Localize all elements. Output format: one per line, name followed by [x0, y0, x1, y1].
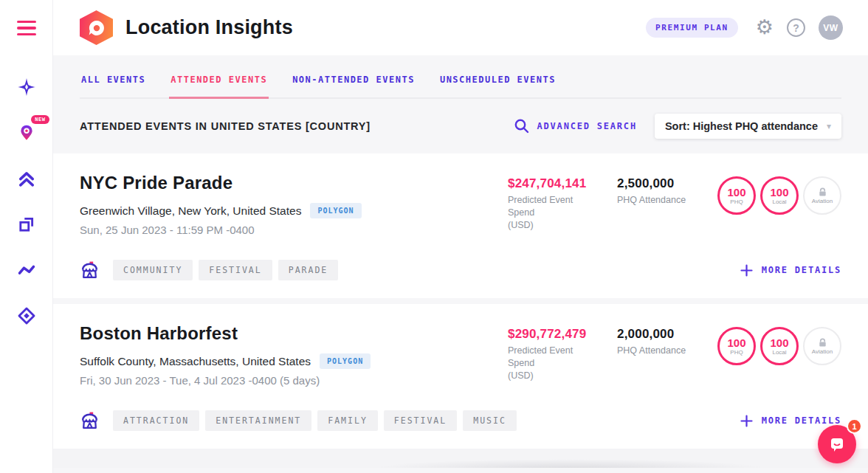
hamburger-icon: [17, 21, 36, 23]
event-card: NYC Pride Parade Greenwich Village, New …: [53, 153, 868, 298]
app-header: Location Insights PREMIUM PLAN ⚙ ? VW: [53, 0, 868, 55]
event-stats: $290,772,479 Predicted Event Spend (USD)…: [508, 323, 841, 382]
category-tag: FESTIVAL: [199, 260, 272, 280]
local-rank-badge: 100 Local: [760, 176, 799, 215]
predicted-spend-label: Predicted Event Spend: [508, 195, 573, 218]
predicted-spend-value: $290,772,479: [508, 327, 599, 342]
menu-toggle-button[interactable]: [17, 21, 36, 35]
main-area: Location Insights PREMIUM PLAN ⚙ ? VW AL…: [53, 0, 868, 473]
more-details-button[interactable]: MORE DETAILS: [740, 264, 841, 277]
festival-tent-icon: [80, 260, 100, 280]
category-tag: FESTIVAL: [384, 410, 457, 431]
gear-icon: ⚙: [756, 18, 774, 38]
category-tags: ATTRACTION ENTERTAINMENT FAMILY FESTIVAL…: [80, 410, 517, 431]
map-pin-icon: [18, 124, 35, 142]
category-tag: ENTERTAINMENT: [205, 410, 311, 431]
chat-unread-badge: 1: [847, 418, 862, 434]
polygon-badge: POLYGON: [320, 353, 371, 369]
more-details-button[interactable]: MORE DETAILS: [740, 415, 841, 427]
sidebar-item-insights[interactable]: [12, 72, 41, 102]
predicted-spend-label: Predicted Event Spend: [508, 345, 573, 368]
plus-icon: [740, 264, 753, 277]
chevron-down-icon: ▾: [827, 121, 831, 131]
events-tab-bar: ALL EVENTS ATTENDED EVENTS NON-ATTENDED …: [80, 55, 841, 99]
plan-badge: PREMIUM PLAN: [646, 18, 738, 38]
phq-rank-badge: 100 PHQ: [717, 176, 756, 215]
results-toolbar: ATTENDED EVENTS IN UNITED STATES [COUNTR…: [53, 99, 868, 153]
new-badge: NEW: [31, 115, 49, 124]
sidebar-item-locations[interactable]: NEW: [12, 118, 41, 148]
event-date: Sun, 25 Jun 2023 - 11:59 PM -0400: [80, 224, 508, 236]
app-window: NEW: [0, 0, 868, 473]
sort-dropdown[interactable]: Sort: Highest PHQ attendance ▾: [655, 114, 841, 139]
sidebar-item-rank[interactable]: [12, 164, 41, 193]
event-location: Greenwich Village, New York, United Stat…: [80, 204, 301, 218]
phq-attendance-value: 2,500,000: [617, 176, 700, 191]
local-rank-badge: 100 Local: [760, 327, 799, 365]
category-tag: MUSIC: [463, 410, 517, 431]
event-title: Boston Harborfest: [80, 323, 508, 344]
tab-attended-events[interactable]: ATTENDED EVENTS: [169, 64, 269, 99]
sparkle-icon: [18, 78, 35, 96]
section-title: ATTENDED EVENTS IN UNITED STATES [COUNTR…: [80, 120, 514, 132]
lock-icon: [818, 338, 827, 348]
event-card: Boston Harborfest Suffolk County, Massac…: [53, 304, 868, 449]
polygon-badge: POLYGON: [310, 203, 361, 218]
next-card-peek: [53, 449, 868, 468]
plus-icon: [740, 415, 753, 427]
phq-attendance-label: PHQ Attendance: [617, 345, 700, 357]
help-button[interactable]: ?: [787, 18, 805, 37]
rank-badges: 100 PHQ 100 Local Aviation: [717, 176, 841, 215]
sidebar-item-api[interactable]: [12, 301, 41, 331]
lock-icon: [818, 187, 827, 197]
aviation-rank-badge-locked: Aviation: [803, 327, 841, 365]
sidebar-item-trends[interactable]: [12, 255, 41, 285]
phq-attendance-label: PHQ Attendance: [617, 194, 700, 207]
rank-badges: 100 PHQ 100 Local Aviation: [717, 327, 841, 365]
overlapping-squares-icon: [18, 215, 35, 233]
pin-logo-icon: [86, 18, 107, 38]
event-date: Fri, 30 Jun 2023 - Tue, 4 Jul 2023 -0400…: [80, 374, 508, 387]
pulse-icon: [17, 260, 36, 280]
advanced-search-button[interactable]: ADVANCED SEARCH: [514, 118, 637, 134]
tab-all-events[interactable]: ALL EVENTS: [80, 64, 147, 97]
sidebar-item-events[interactable]: [12, 210, 41, 239]
tab-non-attended-events[interactable]: NON-ATTENDED EVENTS: [291, 64, 416, 97]
category-tag: PARADE: [278, 260, 339, 280]
search-icon: [514, 118, 530, 134]
event-title: NYC Pride Parade: [80, 173, 508, 193]
aviation-rank-badge-locked: Aviation: [803, 176, 841, 215]
double-chevron-up-icon: [17, 169, 36, 188]
event-location: Suffolk County, Massachusetts, United St…: [80, 355, 311, 368]
advanced-search-label: ADVANCED SEARCH: [537, 121, 637, 131]
settings-button[interactable]: ⚙: [756, 18, 774, 38]
event-stats: $247,704,141 Predicted Event Spend (USD)…: [508, 173, 841, 232]
category-tags: COMMUNITY FESTIVAL PARADE: [80, 260, 338, 280]
category-tag: COMMUNITY: [113, 260, 193, 280]
tab-unscheduled-events[interactable]: UNSCHEDULED EVENTS: [438, 64, 557, 97]
sort-selected-value: Sort: Highest PHQ attendance: [665, 120, 818, 132]
category-tag: FAMILY: [317, 410, 378, 431]
user-avatar[interactable]: VW: [819, 15, 843, 40]
phq-attendance-value: 2,000,000: [617, 327, 700, 342]
page-title: Location Insights: [125, 16, 646, 39]
app-logo: [80, 10, 113, 45]
sidebar: NEW: [0, 0, 53, 473]
category-tag: ATTRACTION: [113, 410, 199, 431]
phq-rank-badge: 100 PHQ: [717, 327, 756, 365]
festival-tent-icon: [80, 411, 100, 431]
help-icon: ?: [787, 18, 805, 37]
sidebar-nav: NEW: [12, 72, 41, 331]
card-divider: [53, 298, 868, 304]
chat-bubble-icon: [827, 435, 847, 454]
diamond-arrows-icon: [17, 306, 36, 325]
predicted-spend-value: $247,704,141: [508, 176, 599, 191]
